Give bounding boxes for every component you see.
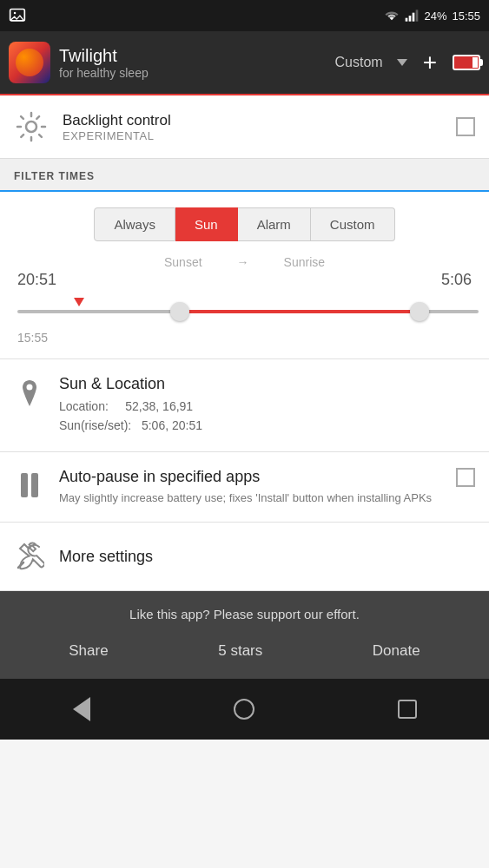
slider-track-wrapper[interactable] bbox=[14, 296, 475, 327]
filter-times-label: FILTER TIMES bbox=[14, 170, 95, 182]
svg-point-6 bbox=[26, 122, 36, 132]
slider-marker-triangle bbox=[74, 298, 84, 306]
backlight-subtitle: EXPERIMENTAL bbox=[63, 129, 442, 142]
svg-rect-4 bbox=[413, 13, 415, 22]
pause-bar-right bbox=[31, 473, 38, 497]
filter-times-header: FILTER TIMES bbox=[0, 158, 489, 192]
pause-bar-left bbox=[21, 473, 28, 497]
arrow-label: → bbox=[237, 255, 249, 269]
toolbar-mode-label[interactable]: Custom bbox=[335, 55, 383, 70]
home-icon bbox=[234, 699, 254, 720]
image-icon bbox=[9, 7, 26, 24]
location-value: 52,38, 16,91 bbox=[125, 399, 193, 413]
sun-location-title: Sun & Location bbox=[59, 375, 475, 393]
signal-icon bbox=[405, 9, 419, 23]
autopause-text: Auto-pause in specified apps May slightl… bbox=[59, 468, 442, 507]
gear-icon bbox=[16, 111, 47, 142]
svg-rect-3 bbox=[409, 16, 412, 22]
svg-rect-5 bbox=[416, 10, 419, 21]
battery-icon bbox=[453, 55, 480, 70]
nav-bar bbox=[0, 679, 489, 740]
back-icon bbox=[73, 697, 90, 721]
backlight-icon bbox=[14, 109, 49, 144]
wrench-icon bbox=[14, 542, 45, 571]
slider-current-time: 15:55 bbox=[14, 327, 475, 345]
svg-rect-2 bbox=[406, 18, 408, 22]
status-left bbox=[9, 7, 26, 24]
share-button[interactable]: Share bbox=[55, 635, 122, 667]
location-label: Location: bbox=[59, 399, 109, 413]
app-title: Twilight bbox=[59, 45, 327, 66]
toolbar: Twilight for healthy sleep Custom + bbox=[0, 31, 489, 95]
tab-custom[interactable]: Custom bbox=[311, 207, 395, 241]
autopause-title: Auto-pause in specified apps bbox=[59, 468, 442, 486]
tab-sun[interactable]: Sun bbox=[175, 207, 238, 241]
tab-row: Always Sun Alarm Custom bbox=[0, 192, 489, 250]
slider-thumb-sunrise[interactable] bbox=[410, 302, 429, 321]
slider-marker bbox=[74, 298, 84, 306]
sunset-label: Sunset bbox=[164, 255, 202, 269]
pin-icon bbox=[19, 378, 40, 408]
tab-always[interactable]: Always bbox=[94, 207, 175, 241]
autopause-desc: May slightly increase battery use; fixes… bbox=[59, 490, 442, 507]
app-subtitle: for healthy sleep bbox=[59, 66, 327, 80]
status-bar: 24% 15:55 bbox=[0, 0, 489, 31]
support-section: Like this app? Please support our effort… bbox=[0, 591, 489, 679]
autopause-checkbox[interactable] bbox=[456, 468, 475, 487]
slider-labels: Sunset → Sunrise bbox=[14, 255, 475, 269]
add-button[interactable]: + bbox=[423, 50, 437, 75]
more-settings-title: More settings bbox=[59, 548, 153, 566]
pause-icon bbox=[14, 468, 45, 497]
slider-thumb-sunset[interactable] bbox=[170, 302, 189, 321]
support-text: Like this app? Please support our effort… bbox=[14, 607, 475, 621]
sun-location-detail: Location: 52,38, 16,91 Sun(rise/set): 5:… bbox=[59, 397, 475, 436]
dropdown-arrow-icon[interactable] bbox=[397, 59, 407, 66]
sunrise-label: Sunrise bbox=[284, 255, 325, 269]
autopause-row: Auto-pause in specified apps May slightl… bbox=[0, 452, 489, 523]
backlight-text: Backlight control EXPERIMENTAL bbox=[63, 112, 442, 142]
sun-label: Sun(rise/set): bbox=[59, 418, 131, 432]
sun-value: 5:06, 20:51 bbox=[142, 418, 202, 432]
backlight-checkbox[interactable] bbox=[456, 117, 475, 136]
slider-track-active bbox=[180, 310, 420, 313]
slider-times: 20:51 5:06 bbox=[14, 271, 475, 289]
status-right: 24% 15:55 bbox=[384, 9, 480, 23]
back-button[interactable] bbox=[56, 683, 108, 735]
tab-alarm[interactable]: Alarm bbox=[238, 207, 311, 241]
svg-point-7 bbox=[27, 385, 33, 391]
home-button[interactable] bbox=[218, 683, 270, 735]
sun-location-row: Sun & Location Location: 52,38, 16,91 Su… bbox=[0, 359, 489, 452]
wifi-icon bbox=[384, 9, 400, 23]
five-stars-button[interactable]: 5 stars bbox=[204, 635, 276, 667]
donate-button[interactable]: Donate bbox=[359, 635, 434, 667]
app-icon-inner bbox=[16, 49, 43, 76]
sun-location-text: Sun & Location Location: 52,38, 16,91 Su… bbox=[59, 375, 475, 436]
sunrise-time: 5:06 bbox=[441, 271, 472, 289]
clock: 15:55 bbox=[452, 10, 480, 23]
more-settings-row[interactable]: More settings bbox=[0, 523, 489, 591]
recent-button[interactable] bbox=[381, 683, 433, 735]
recent-icon bbox=[398, 700, 417, 719]
wrench-svg bbox=[15, 542, 44, 571]
battery-percent: 24% bbox=[424, 10, 446, 23]
battery-fill bbox=[472, 57, 478, 68]
backlight-title: Backlight control bbox=[63, 112, 442, 129]
svg-point-1 bbox=[14, 12, 16, 14]
support-buttons: Share 5 stars Donate bbox=[14, 635, 475, 667]
app-title-group: Twilight for healthy sleep bbox=[59, 45, 327, 80]
sunset-time: 20:51 bbox=[17, 271, 56, 289]
app-icon bbox=[9, 42, 50, 83]
location-icon bbox=[14, 375, 45, 408]
slider-section: Sunset → Sunrise 20:51 5:06 15:55 bbox=[0, 250, 489, 359]
backlight-row: Backlight control EXPERIMENTAL bbox=[0, 95, 489, 158]
